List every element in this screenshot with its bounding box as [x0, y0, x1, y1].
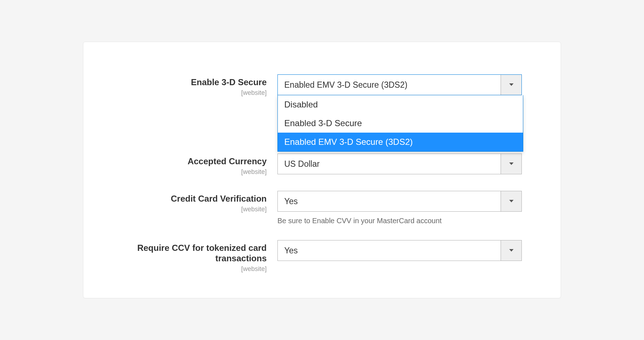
field-row-enable-3ds: Enable 3-D Secure [website] Enabled EMV … [105, 74, 539, 138]
control-col: Yes [277, 240, 522, 261]
cc-verification-help: Be sure to Enable CVV in your MasterCard… [277, 217, 522, 225]
chevron-down-icon [501, 240, 521, 261]
cc-verification-value: Yes [278, 191, 501, 211]
accepted-currency-value: US Dollar [278, 154, 501, 174]
option-enabled-emv-3ds2[interactable]: Enabled EMV 3-D Secure (3DS2) [278, 133, 523, 151]
field-row-accepted-currency: Accepted Currency [website] US Dollar [105, 153, 539, 176]
enable-3ds-value: Enabled EMV 3-D Secure (3DS2) [278, 75, 501, 95]
scope-label: [website] [105, 265, 267, 273]
chevron-down-icon [501, 154, 521, 174]
settings-panel: Enable 3-D Secure [website] Enabled EMV … [83, 42, 561, 298]
control-col: Enabled EMV 3-D Secure (3DS2) Disabled E… [277, 74, 522, 138]
label-col: Require CCV for tokenized card transacti… [105, 240, 277, 273]
accepted-currency-label: Accepted Currency [105, 156, 267, 167]
cc-verification-select[interactable]: Yes [277, 191, 522, 212]
option-disabled[interactable]: Disabled [278, 95, 523, 114]
label-col: Credit Card Verification [website] [105, 191, 277, 213]
enable-3ds-dropdown: Disabled Enabled 3-D Secure Enabled EMV … [277, 95, 523, 152]
require-ccv-value: Yes [278, 240, 501, 261]
scope-label: [website] [105, 168, 267, 176]
accepted-currency-select[interactable]: US Dollar [277, 153, 522, 174]
control-col: Yes Be sure to Enable CVV in your Master… [277, 191, 522, 225]
label-col: Accepted Currency [website] [105, 153, 277, 176]
require-ccv-select[interactable]: Yes [277, 240, 522, 261]
label-col: Enable 3-D Secure [website] [105, 74, 277, 97]
option-enabled-3ds[interactable]: Enabled 3-D Secure [278, 114, 523, 133]
enable-3ds-label: Enable 3-D Secure [105, 77, 267, 88]
field-row-cc-verification: Credit Card Verification [website] Yes B… [105, 191, 539, 225]
chevron-down-icon [501, 75, 521, 95]
cc-verification-label: Credit Card Verification [105, 194, 267, 204]
enable-3ds-select[interactable]: Enabled EMV 3-D Secure (3DS2) [277, 74, 522, 95]
scope-label: [website] [105, 89, 267, 97]
control-col: US Dollar [277, 153, 522, 174]
field-row-require-ccv: Require CCV for tokenized card transacti… [105, 240, 539, 273]
scope-label: [website] [105, 206, 267, 213]
require-ccv-label: Require CCV for tokenized card transacti… [105, 243, 267, 264]
chevron-down-icon [501, 191, 521, 211]
